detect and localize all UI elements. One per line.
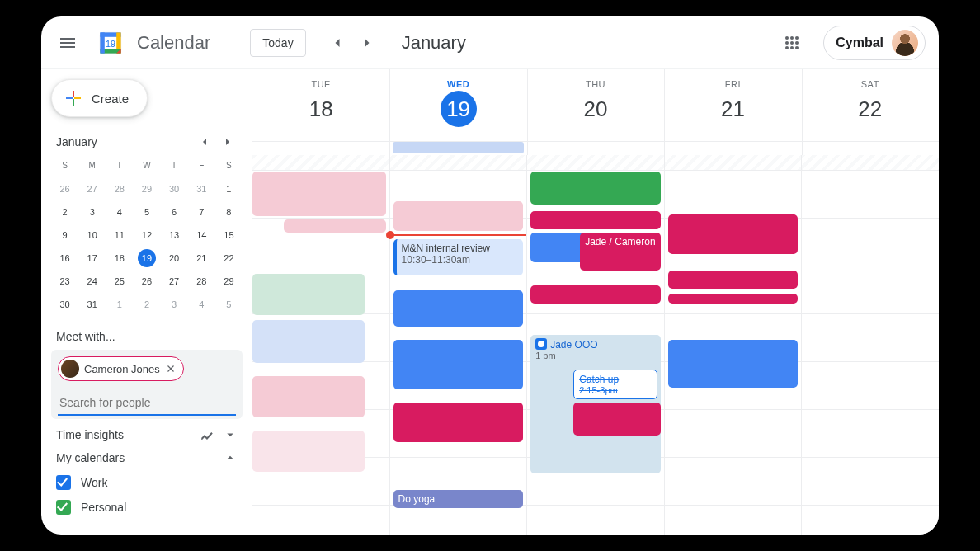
time-grid[interactable]: M&N internal review10:30–11:30amDo yogaJ…	[252, 155, 939, 535]
calendar-event[interactable]	[393, 340, 524, 389]
day-header[interactable]: WED19	[389, 69, 526, 141]
mini-day[interactable]: 3	[161, 295, 188, 318]
account-chip[interactable]: Cymbal	[823, 26, 926, 60]
menu-button[interactable]	[48, 23, 87, 63]
calendar-item[interactable]: Work	[56, 470, 238, 495]
mini-day[interactable]: 19	[133, 249, 160, 272]
svg-text:19: 19	[106, 38, 115, 48]
mini-day[interactable]: 23	[51, 272, 78, 295]
calendar-event[interactable]	[252, 320, 365, 363]
mini-day[interactable]: 31	[78, 295, 106, 318]
mini-day[interactable]: 2	[51, 203, 78, 226]
calendar-event[interactable]	[393, 403, 524, 442]
mini-day[interactable]: 27	[161, 272, 188, 295]
day-header[interactable]: FRI21	[664, 69, 801, 141]
calendar-event[interactable]	[530, 172, 661, 205]
calendar-event[interactable]	[393, 290, 524, 327]
mini-day[interactable]: 15	[215, 226, 243, 249]
mini-day[interactable]: 14	[188, 226, 215, 249]
mini-day[interactable]: 13	[161, 226, 188, 249]
meet-with-box: Cameron Jones	[51, 350, 243, 419]
calendar-event[interactable]	[668, 294, 799, 304]
mini-day[interactable]: 17	[78, 249, 106, 272]
create-button[interactable]: Create	[51, 79, 148, 117]
next-week-button[interactable]	[352, 28, 382, 58]
mini-day[interactable]: 11	[106, 226, 133, 249]
calendar-event[interactable]: Catch up2:15-3pm	[573, 370, 657, 399]
calendar-event[interactable]	[668, 340, 799, 388]
calendar-checkbox[interactable]	[56, 475, 71, 490]
calendar-event[interactable]	[252, 172, 386, 216]
mini-day[interactable]: 4	[106, 203, 133, 226]
mini-weekday: T	[161, 157, 188, 180]
calendar-event[interactable]: M&N internal review10:30–11:30am	[393, 239, 524, 276]
apps-launcher-icon[interactable]	[775, 26, 808, 59]
allday-event[interactable]	[393, 142, 523, 153]
calendar-event[interactable]	[530, 285, 661, 304]
calendar-event[interactable]	[284, 219, 386, 233]
calendar-event[interactable]	[668, 271, 799, 289]
calendar-checkbox[interactable]	[56, 500, 71, 515]
prev-week-button[interactable]	[323, 28, 352, 58]
mini-day[interactable]: 2	[133, 295, 160, 318]
mini-day[interactable]: 10	[78, 226, 106, 249]
mini-prev-button[interactable]	[195, 132, 214, 152]
mini-day[interactable]: 30	[161, 180, 188, 203]
mini-day[interactable]: 22	[215, 249, 243, 272]
chip-remove-icon[interactable]	[165, 363, 177, 374]
mini-day[interactable]: 7	[188, 203, 215, 226]
time-insights-row[interactable]: Time insights	[51, 419, 243, 442]
calendar-event[interactable]	[573, 403, 661, 436]
day-column[interactable]: M&N internal review10:30–11:30amDo yoga	[389, 155, 527, 535]
day-header[interactable]: SAT22	[802, 69, 939, 141]
mini-day[interactable]: 29	[215, 272, 243, 295]
search-people-input[interactable]	[58, 389, 236, 416]
mini-day[interactable]: 28	[106, 180, 133, 203]
mini-day[interactable]: 8	[215, 203, 243, 226]
mini-day[interactable]: 1	[106, 295, 133, 318]
day-column[interactable]	[664, 155, 802, 535]
mini-day[interactable]: 6	[161, 203, 188, 226]
mini-day[interactable]: 1	[215, 180, 243, 203]
mini-day[interactable]: 25	[106, 272, 133, 295]
day-header[interactable]: THU20	[527, 69, 664, 141]
mini-day[interactable]: 16	[51, 249, 78, 272]
mini-day[interactable]: 4	[188, 295, 215, 318]
calendar-event[interactable]	[252, 274, 365, 315]
mini-day[interactable]: 29	[133, 180, 160, 203]
mini-day[interactable]: 31	[188, 180, 215, 203]
mini-day[interactable]: 12	[133, 226, 160, 249]
mini-day[interactable]: 3	[78, 203, 106, 226]
mini-day[interactable]: 20	[161, 249, 188, 272]
mini-day[interactable]: 26	[51, 180, 78, 203]
mini-day[interactable]: 21	[188, 249, 215, 272]
calendar-event[interactable]	[668, 214, 799, 254]
calendar-event[interactable]	[252, 376, 365, 417]
my-calendars-label: My calendars	[56, 451, 125, 464]
mini-day[interactable]: 26	[133, 272, 160, 295]
mini-day[interactable]: 28	[188, 272, 215, 295]
calendar-event[interactable]: Jade / Cameron	[580, 233, 661, 271]
mini-day[interactable]: 30	[51, 295, 78, 318]
person-chip[interactable]: Cameron Jones	[58, 356, 184, 381]
my-calendars-row[interactable]: My calendars	[51, 442, 243, 465]
mini-day[interactable]: 27	[78, 180, 106, 203]
today-button[interactable]: Today	[250, 29, 305, 57]
mini-day[interactable]: 24	[78, 272, 106, 295]
calendar-event[interactable]	[530, 211, 661, 229]
day-column[interactable]	[801, 155, 939, 535]
calendar-event[interactable]: Do yoga	[393, 490, 524, 508]
mini-day[interactable]: 5	[215, 295, 243, 318]
mini-day[interactable]: 9	[51, 226, 78, 249]
svg-point-7	[785, 36, 789, 40]
main: Create January SMTWTFS 26272829303112345…	[41, 69, 939, 535]
mini-day[interactable]: 18	[106, 249, 133, 272]
day-column[interactable]: Jade / CameronJade OOO1 pmCatch up2:15-3…	[526, 155, 664, 535]
day-header[interactable]: TUE18	[252, 69, 389, 141]
mini-next-button[interactable]	[218, 132, 238, 152]
calendar-item[interactable]: Personal	[56, 495, 238, 520]
calendar-event[interactable]	[252, 431, 365, 472]
calendar-event[interactable]	[393, 201, 524, 231]
mini-day[interactable]: 5	[133, 203, 160, 226]
day-column[interactable]	[252, 155, 389, 535]
